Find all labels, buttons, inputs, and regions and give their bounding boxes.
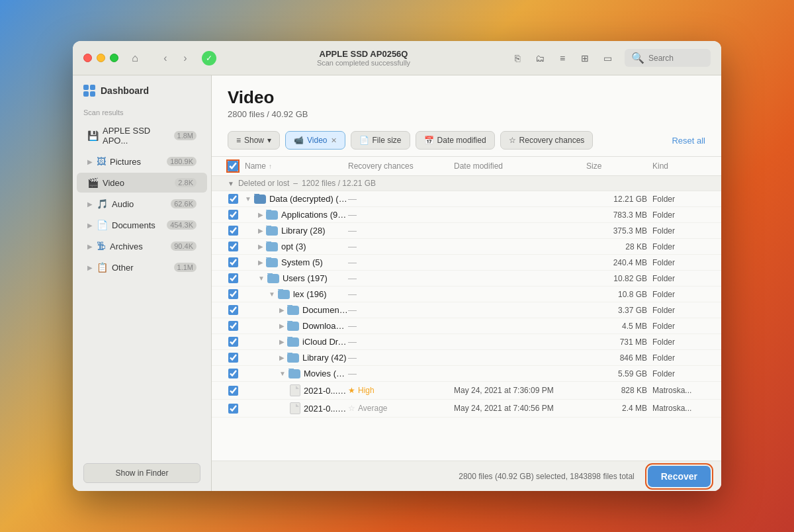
- row-check[interactable]: [221, 289, 245, 299]
- document-icon-btn[interactable]: ⎘: [508, 49, 527, 67]
- table-row: ▶ Library (28) — 375.3 MB Folder: [212, 223, 721, 239]
- row-checkbox[interactable]: [228, 242, 238, 251]
- back-button[interactable]: ‹: [157, 50, 174, 67]
- date-cell: May 24, 2021 at 7:40:56 PM: [454, 404, 586, 413]
- row-checkbox[interactable]: [228, 369, 238, 378]
- expand-icon: ▶: [87, 222, 93, 229]
- row-name-cell: ▼ Movies (43): [245, 369, 348, 378]
- search-input[interactable]: [648, 54, 708, 63]
- dashboard-item[interactable]: Dashboard: [73, 75, 211, 106]
- row-checkbox[interactable]: [228, 404, 238, 414]
- size-cell: 5.59 GB: [586, 369, 652, 378]
- expand-icon[interactable]: ▶: [258, 227, 263, 234]
- row-checkbox[interactable]: [228, 289, 238, 299]
- row-checkbox[interactable]: [228, 257, 238, 267]
- folder-icon: [288, 369, 300, 378]
- row-checkbox[interactable]: [228, 226, 238, 236]
- row-name: lex (196): [293, 289, 327, 299]
- folder-icon: [287, 322, 299, 331]
- show-in-finder-button[interactable]: Show in Finder: [83, 463, 200, 483]
- preview-btn[interactable]: ▭: [598, 49, 617, 67]
- expand-icon[interactable]: ▼: [258, 275, 265, 282]
- list-view-btn[interactable]: ≡: [553, 49, 572, 67]
- recover-button[interactable]: Recover: [648, 466, 711, 487]
- expand-icon[interactable]: ▼: [279, 370, 286, 377]
- row-check[interactable]: [221, 369, 245, 378]
- row-check[interactable]: [221, 210, 245, 220]
- maximize-button[interactable]: [110, 54, 118, 62]
- expand-icon[interactable]: ▼: [245, 195, 251, 202]
- row-check[interactable]: [221, 242, 245, 251]
- expand-icon: ▶: [87, 243, 93, 250]
- expand-icon[interactable]: ▶: [258, 259, 263, 266]
- search-bar[interactable]: 🔍: [625, 49, 711, 67]
- main-layout: Dashboard Scan results 💾 APPLE SSD APO..…: [73, 75, 721, 491]
- row-checkbox[interactable]: [228, 305, 238, 315]
- row-check[interactable]: [221, 273, 245, 283]
- row-checkbox[interactable]: [228, 353, 238, 363]
- minimize-button[interactable]: [97, 54, 105, 62]
- row-checkbox[interactable]: [228, 210, 238, 220]
- sidebar-item-other[interactable]: ▶ 📋 Other 1.1M: [77, 257, 207, 277]
- row-check[interactable]: [221, 321, 245, 331]
- expand-icon: ▶: [87, 200, 93, 208]
- date-modified-filter-button[interactable]: 📅 Date modified: [416, 131, 495, 150]
- row-checkbox[interactable]: [228, 386, 238, 396]
- reset-all-button[interactable]: Reset all: [672, 136, 705, 146]
- header-checkbox-cell[interactable]: [221, 161, 245, 171]
- row-check[interactable]: [221, 386, 245, 396]
- row-check[interactable]: [221, 226, 245, 236]
- master-checkbox[interactable]: [228, 161, 238, 171]
- show-label: Show: [244, 136, 264, 145]
- section-count: 1202 files / 12.21 GB: [302, 179, 376, 188]
- documents-icon: 📄: [97, 220, 108, 230]
- expand-icon[interactable]: ▶: [279, 322, 285, 330]
- folder-icon: [287, 337, 299, 347]
- expand-icon[interactable]: ▶: [279, 338, 285, 345]
- sidebar-item-count: 90.4K: [171, 242, 197, 251]
- kind-cell: Folder: [652, 210, 705, 220]
- sidebar-item-pictures[interactable]: ▶ 🖼 Pictures 180.9K: [77, 152, 207, 171]
- row-checkbox[interactable]: [228, 194, 238, 204]
- expand-icon[interactable]: ▶: [258, 243, 263, 250]
- recovery-chances-filter-button[interactable]: ☆ Recovery chances: [500, 131, 594, 150]
- sidebar-item-audio[interactable]: ▶ 🎵 Audio 62.6K: [77, 194, 207, 214]
- size-cell: 2.4 MB: [586, 404, 652, 413]
- row-checkbox[interactable]: [228, 337, 238, 347]
- expand-icon[interactable]: ▶: [258, 211, 263, 218]
- file-size-filter-button[interactable]: 📄 File size: [351, 131, 410, 150]
- row-name: Downloads (2): [302, 321, 348, 331]
- sidebar-item-count: 1.1M: [174, 263, 197, 272]
- star-full-icon: ★: [348, 386, 355, 395]
- sidebar-item-archives[interactable]: ▶ 🗜 Archives 90.4K: [77, 236, 207, 256]
- video-filter-button[interactable]: 📹 Video ✕: [285, 131, 345, 150]
- close-icon[interactable]: ✕: [331, 136, 337, 145]
- row-checkbox[interactable]: [228, 273, 238, 283]
- home-button[interactable]: ⌂: [126, 50, 144, 67]
- row-checkbox[interactable]: [228, 321, 238, 331]
- sidebar-item-apple-ssd[interactable]: 💾 APPLE SSD APO... 1.8M: [77, 121, 207, 150]
- show-filter-button[interactable]: ≡ Show ▾: [228, 131, 280, 150]
- close-button[interactable]: [83, 54, 92, 62]
- row-check[interactable]: [221, 257, 245, 267]
- row-check[interactable]: [221, 353, 245, 363]
- row-check[interactable]: [221, 404, 245, 414]
- folder-icon-btn[interactable]: 🗂: [531, 49, 549, 67]
- expand-icon[interactable]: ▶: [279, 306, 285, 314]
- table-row: ▶ opt (3) — 28 KB Folder: [212, 239, 721, 255]
- section-arrow-icon: ▼: [228, 180, 234, 187]
- table-header: Name ↑ Recovery chances Date modified Si…: [212, 157, 721, 176]
- row-check[interactable]: [221, 194, 245, 204]
- row-check[interactable]: [221, 337, 245, 347]
- row-check[interactable]: [221, 305, 245, 315]
- sidebar-item-video[interactable]: 🎬 Video 2.8K: [77, 173, 207, 193]
- grid-view-btn[interactable]: ⊞: [576, 49, 594, 67]
- row-name: Library (42): [302, 353, 346, 363]
- forward-button[interactable]: ›: [177, 50, 194, 67]
- sidebar-item-documents[interactable]: ▶ 📄 Documents 454.3K: [77, 215, 207, 235]
- window-title-area: APPLE SSD AP0256Q Scan completed success…: [227, 49, 500, 67]
- file-size-icon: 📄: [359, 136, 369, 145]
- size-cell: 375.3 MB: [586, 226, 652, 236]
- expand-icon[interactable]: ▶: [279, 354, 285, 361]
- expand-icon[interactable]: ▼: [269, 290, 275, 298]
